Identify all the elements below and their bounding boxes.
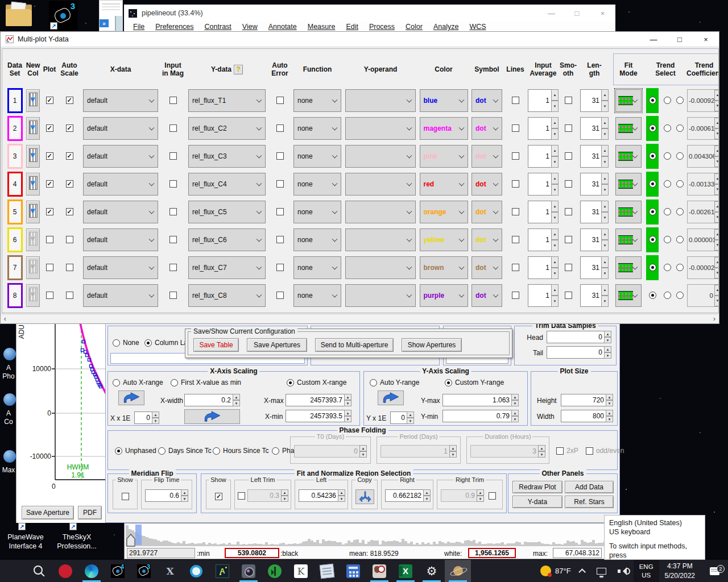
fit-mode-dropdown[interactable] <box>615 173 642 196</box>
auto-error-checkbox[interactable] <box>276 97 284 104</box>
spinner-up-icon[interactable]: ▲ <box>601 117 609 128</box>
x-transfer-button[interactable] <box>118 390 144 405</box>
spinner-down-icon[interactable]: ▼ <box>714 156 719 167</box>
trend-radio-3[interactable] <box>676 292 684 299</box>
y-data-dropdown[interactable]: rel_flux_C2 <box>188 117 266 140</box>
spinner-down-icon[interactable]: ▼ <box>601 240 609 251</box>
taskbar-search[interactable] <box>26 560 52 582</box>
plot-checkbox[interactable]: ✓ <box>46 152 53 160</box>
odd-even-checkbox[interactable]: odd/even <box>586 447 624 455</box>
smooth-length-spinner[interactable]: 31▲▼ <box>580 145 609 168</box>
notification-center[interactable]: 2 <box>701 567 728 575</box>
lines-checkbox[interactable] <box>512 236 519 243</box>
trend-radio-2[interactable] <box>664 152 671 160</box>
spinner-down-icon[interactable]: ▼ <box>601 296 609 307</box>
function-dropdown[interactable]: none <box>293 173 341 196</box>
trend-radio-2[interactable] <box>664 264 671 271</box>
symbol-dropdown[interactable]: dot <box>471 256 502 279</box>
y-operand-dropdown[interactable] <box>345 256 416 279</box>
spinner-down-icon[interactable]: ▼ <box>714 268 719 278</box>
lines-checkbox[interactable] <box>512 264 519 271</box>
pipelineout-titlebar[interactable]: pipelineout (33.4%) — □ × <box>124 5 615 22</box>
fit-mode-dropdown[interactable] <box>615 256 642 279</box>
menu-edit[interactable]: Edit <box>346 23 358 31</box>
trend-radio-3[interactable] <box>676 180 684 188</box>
trend-radio-2[interactable] <box>664 97 671 104</box>
menu-color[interactable]: Color <box>406 23 423 31</box>
autoscale-checkbox[interactable] <box>66 264 73 271</box>
trend-coefficient-field[interactable]: -0.0006195▲▼ <box>687 117 719 140</box>
trend-radio-2[interactable] <box>664 124 671 132</box>
spinner-up-icon[interactable]: ▲ <box>714 90 719 101</box>
auto-error-checkbox[interactable] <box>276 208 284 215</box>
spinner-down-icon[interactable]: ▼ <box>601 128 609 140</box>
spinner-down-icon[interactable]: ▼ <box>601 101 609 112</box>
taskbar-saturn-app[interactable] <box>445 560 471 582</box>
help-icon[interactable]: ? <box>234 65 243 74</box>
y-data-dropdown[interactable]: rel_flux_C6 <box>188 228 266 251</box>
auto-error-checkbox[interactable] <box>276 124 284 132</box>
lines-checkbox[interactable] <box>512 180 519 188</box>
spinner-down-icon[interactable]: ▼ <box>551 184 559 196</box>
t0-spinner[interactable]: 0▲▼ <box>294 445 367 458</box>
trend-radio-3[interactable] <box>676 152 684 160</box>
y-operand-dropdown[interactable] <box>345 117 416 140</box>
trend-radio-2[interactable] <box>664 292 671 299</box>
copy-button[interactable] <box>355 489 374 504</box>
spinner-down-icon[interactable]: ▼ <box>551 156 559 168</box>
ydata-titlebar[interactable]: Multi-plot Y-data — □ × <box>1 32 719 47</box>
function-dropdown[interactable]: none <box>293 256 341 279</box>
close-button[interactable]: × <box>693 32 719 47</box>
desktop-icon-fragment[interactable] <box>3 393 16 406</box>
spinner-up-icon[interactable]: ▲ <box>714 285 719 296</box>
smooth-length-spinner[interactable]: 31▲▼ <box>580 173 609 196</box>
fit-mode-dropdown[interactable] <box>615 145 642 168</box>
x-data-dropdown[interactable]: default <box>83 284 158 307</box>
y-operand-dropdown[interactable] <box>345 201 416 223</box>
input-average-spinner[interactable]: 1▲▼ <box>528 145 559 168</box>
save-apertures-button[interactable]: Save Apertures <box>247 338 307 352</box>
scroll-left-icon[interactable]: ‹ <box>1 314 10 322</box>
input-in-mag-checkbox[interactable] <box>169 236 177 243</box>
autoscale-checkbox[interactable] <box>66 236 73 243</box>
y-data-button[interactable]: Y-data <box>512 496 562 508</box>
desktop-document-icon[interactable]: » <box>99 0 123 31</box>
new-column-button[interactable]: ▼ <box>26 173 40 196</box>
new-column-button[interactable]: ▼ <box>26 201 40 223</box>
smooth-checkbox[interactable] <box>565 180 572 188</box>
input-average-spinner[interactable]: 1▲▼ <box>528 117 559 140</box>
spinner-down-icon[interactable]: ▼ <box>604 337 611 343</box>
trend-radio-1[interactable] <box>649 236 656 243</box>
input-average-spinner[interactable]: 1▲▼ <box>528 284 559 307</box>
y-data-dropdown[interactable]: rel_flux_C5 <box>188 201 266 223</box>
lines-checkbox[interactable] <box>512 124 519 132</box>
hours-since-tc-radio[interactable]: Hours Since Tc <box>213 447 268 455</box>
spinner-down-icon[interactable]: ▼ <box>551 212 559 223</box>
spinner-up-icon[interactable]: ▲ <box>551 173 559 184</box>
y-operand-dropdown[interactable] <box>345 173 416 196</box>
desktop-icon-label[interactable]: TheSkyXProfession... <box>52 533 101 551</box>
desktop-folder-icon[interactable] <box>6 2 32 27</box>
spinner-up-icon[interactable]: ▲ <box>601 89 609 101</box>
input-average-spinner[interactable]: 1▲▼ <box>528 89 559 112</box>
trend-coefficient-field[interactable]: 0.0043066▲▼ <box>687 145 719 168</box>
spinner-down-icon[interactable]: ▼ <box>714 128 719 139</box>
x-data-dropdown[interactable]: default <box>83 228 158 251</box>
taskbar-clock-app[interactable] <box>366 560 392 582</box>
y-data-dropdown[interactable]: rel_flux_C3 <box>188 145 266 168</box>
symbol-dropdown[interactable]: dot <box>471 117 502 140</box>
color-dropdown[interactable]: brown <box>420 256 468 279</box>
trend-coefficient-field[interactable]: 0.0000010▲▼ <box>687 228 719 251</box>
symbol-dropdown[interactable]: dot <box>471 201 502 223</box>
fit-mode-dropdown[interactable] <box>615 201 642 223</box>
smooth-length-spinner[interactable]: 31▲▼ <box>580 284 609 307</box>
tray-chevron-icon[interactable] <box>578 568 586 576</box>
spinner-up-icon[interactable]: ▲ <box>551 89 559 101</box>
autoscale-checkbox[interactable]: ✓ <box>66 97 73 104</box>
duration-spinner[interactable]: 3▲▼ <box>470 445 545 458</box>
radio-icon[interactable] <box>113 339 120 347</box>
smooth-checkbox[interactable] <box>565 152 572 160</box>
symbol-dropdown[interactable]: dot <box>471 284 502 307</box>
x-data-dropdown[interactable]: default <box>83 89 158 112</box>
taskbar-excel-app[interactable]: X <box>392 560 419 582</box>
